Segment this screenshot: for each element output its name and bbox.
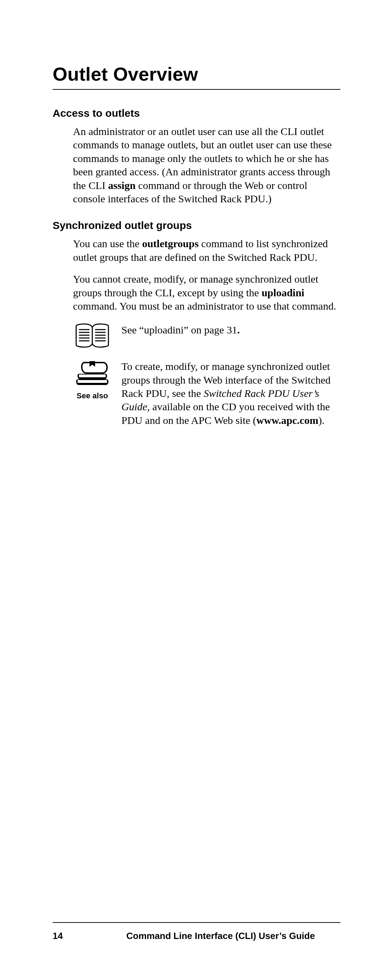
callout-text: To create, modify, or manage synchronize… <box>122 360 337 427</box>
page-number: 14 <box>53 931 126 942</box>
cmd-assign: assign <box>108 180 136 191</box>
open-book-icon <box>75 323 110 349</box>
doc-title: Command Line Interface (CLI) User’s Guid… <box>126 931 341 942</box>
text: ). <box>318 414 325 426</box>
text: See “uploadini” on page 31 <box>122 324 237 336</box>
title-rule <box>53 89 341 90</box>
url-apc: www.apc.com <box>256 414 319 426</box>
text: You can use the <box>73 238 142 249</box>
text: . <box>237 324 240 336</box>
text: command. You must be an administrator to… <box>73 300 336 312</box>
page-footer: 14 Command Line Interface (CLI) User’s G… <box>53 922 341 942</box>
paragraph-access: An administrator or an outlet user can u… <box>73 125 337 205</box>
cmd-uploadini: uploadini <box>261 287 304 298</box>
svg-rect-1 <box>79 374 106 377</box>
icon-col: See also <box>73 360 112 401</box>
page-title: Outlet Overview <box>53 63 341 85</box>
stacked-books-icon <box>74 360 110 389</box>
heading-sync: Synchronized outlet groups <box>53 220 341 231</box>
paragraph-sync-1: You can use the outletgroups command to … <box>73 237 337 264</box>
callout-text: See “uploadini” on page 31. <box>122 323 337 337</box>
heading-access: Access to outlets <box>53 107 341 119</box>
svg-rect-0 <box>78 380 107 383</box>
seealso-label: See also <box>77 391 108 401</box>
paragraph-sync-2: You cannot create, modify, or manage syn… <box>73 272 337 313</box>
callout-seealso: See also To create, modify, or manage sy… <box>73 360 337 427</box>
icon-col <box>73 323 112 349</box>
cmd-outletgroups: outletgroups <box>142 238 198 249</box>
callout-see: See “uploadini” on page 31. <box>73 323 337 349</box>
